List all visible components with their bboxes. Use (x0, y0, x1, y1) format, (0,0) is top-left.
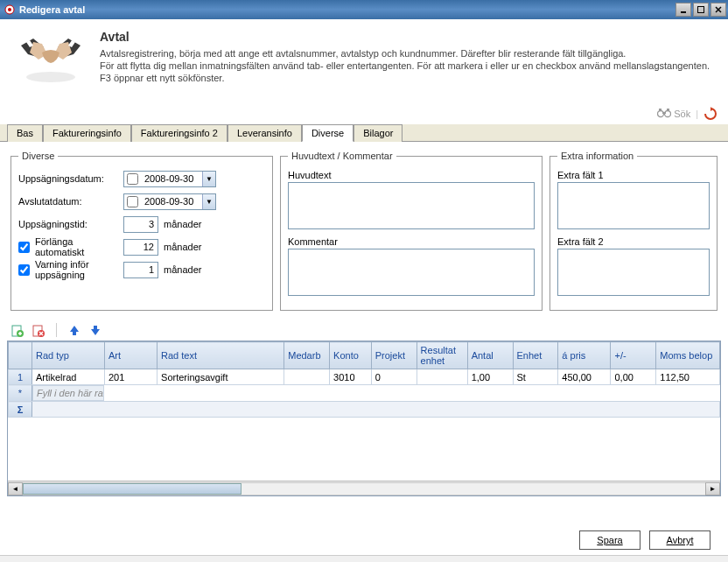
sum-symbol: Σ (9, 402, 32, 418)
col-enhet[interactable]: Enhet (513, 342, 558, 369)
binoculars-icon (657, 108, 671, 120)
table-row[interactable]: 1 Artikelrad 201 Sorteringsavgift 3010 0… (9, 369, 720, 385)
titlebar: Redigera avtal (0, 0, 728, 19)
new-row-placeholder[interactable]: * Fyll i den här raden för att lägga til… (9, 385, 720, 402)
col-radtyp[interactable]: Rad typ (32, 342, 104, 369)
label-varning: Varning inför uppsägning (35, 259, 123, 280)
refresh-icon[interactable] (704, 107, 718, 121)
col-apris[interactable]: á pris (558, 342, 611, 369)
header-line-2: För att flytta dig mellan inmatningsfält… (100, 60, 710, 72)
fieldset-huvudtext: Huvudtext / Kommentar Huvudtext Kommenta… (280, 151, 542, 311)
col-art[interactable]: Art (104, 342, 157, 369)
uppsagningsdatum-field[interactable]: 2008-09-30 ▼ (123, 171, 216, 187)
avslutatdatum-value: 2008-09-30 (141, 196, 202, 207)
avslutatdatum-checkbox[interactable] (127, 196, 138, 207)
huvudtext-textarea[interactable] (288, 182, 535, 229)
header-line-1: Avtalsregistrering, börja med att ange e… (100, 47, 710, 60)
svg-rect-10 (659, 109, 662, 111)
label-huvudtext: Huvudtext (288, 170, 535, 180)
col-antal[interactable]: Antal (467, 342, 513, 369)
cancel-button[interactable]: Avbryt (649, 530, 710, 550)
legend-huvudtext: Huvudtext / Kommentar (288, 151, 396, 161)
grid-toolbar (0, 320, 728, 341)
avslutatdatum-field[interactable]: 2008-09-30 ▼ (123, 193, 216, 210)
status-bar (0, 555, 728, 562)
search-link[interactable]: Sök (657, 108, 690, 120)
svg-rect-11 (667, 109, 669, 111)
tab-bilagor[interactable]: Bilagor (354, 124, 402, 142)
move-up-icon[interactable] (67, 323, 81, 337)
fieldset-diverse: Diverse Uppsägningsdatum: 2008-09-30 ▼ A… (10, 151, 273, 311)
handshake-icon (16, 30, 86, 86)
scroll-left-icon[interactable]: ◄ (8, 482, 23, 495)
extra-falt-2[interactable] (557, 249, 710, 296)
forlang-input[interactable] (123, 239, 158, 256)
scroll-right-icon[interactable]: ► (705, 482, 720, 495)
maximize-button[interactable] (693, 3, 709, 17)
grid: Rad typ Art Rad text Medarb Konto Projek… (7, 341, 721, 496)
varning-checkbox[interactable] (18, 264, 30, 276)
save-button[interactable]: Spara (579, 530, 640, 550)
minimize-button[interactable] (676, 3, 691, 17)
label-uppsagningstid: Uppsägningstid: (18, 219, 123, 229)
close-button[interactable] (710, 3, 726, 17)
unit-months-3: månader (164, 264, 201, 275)
uppsagningsdatum-value: 2008-09-30 (141, 173, 202, 184)
unit-months-1: månader (164, 219, 201, 229)
col-plusminus[interactable]: +/- (611, 342, 656, 369)
cell-konto[interactable]: 3010 (330, 369, 372, 385)
scroll-thumb[interactable] (23, 483, 242, 495)
cell-moms[interactable]: 112,50 (656, 369, 720, 385)
svg-point-1 (8, 8, 11, 11)
label-kommentar: Kommentar (288, 236, 535, 247)
unit-months-2: månader (164, 242, 201, 252)
col-konto[interactable]: Konto (330, 342, 372, 369)
extra-falt-1[interactable] (557, 182, 710, 229)
fieldset-extra: Extra information Extra fält 1 Extra fäl… (550, 151, 718, 311)
cell-antal[interactable]: 1,00 (467, 369, 513, 385)
col-radtext[interactable]: Rad text (158, 342, 284, 369)
forlang-checkbox[interactable] (18, 242, 30, 253)
move-down-icon[interactable] (88, 323, 102, 337)
page-title: Avtal (100, 30, 710, 44)
app-icon (4, 4, 16, 16)
svg-rect-9 (662, 112, 666, 114)
cell-medarb[interactable] (284, 369, 330, 385)
col-projekt[interactable]: Projekt (371, 342, 416, 369)
tab-faktureringsinfo[interactable]: Faktureringsinfo (43, 124, 131, 142)
legend-diverse: Diverse (18, 151, 58, 161)
tab-leveransinfo[interactable]: Leveransinfo (228, 124, 302, 142)
col-moms[interactable]: Moms belop (656, 342, 720, 369)
cell-plusminus[interactable]: 0,00 (611, 369, 656, 385)
col-medarb[interactable]: Medarb (284, 342, 330, 369)
new-row-symbol: * (9, 385, 32, 402)
col-corner[interactable] (9, 342, 32, 369)
cell-art[interactable]: 201 (104, 369, 157, 385)
chevron-down-icon[interactable]: ▼ (202, 172, 215, 186)
sum-row: Σ (9, 402, 720, 418)
uppsagningstid-input[interactable] (123, 216, 158, 233)
tab-bas[interactable]: Bas (7, 124, 43, 142)
chevron-down-icon[interactable]: ▼ (202, 194, 215, 209)
uppsagningsdatum-checkbox[interactable] (127, 173, 138, 185)
add-row-icon[interactable] (10, 323, 24, 337)
cell-radtext[interactable]: Sorteringsavgift (158, 369, 284, 385)
tab-diverse[interactable]: Diverse (302, 124, 354, 142)
varning-input[interactable] (123, 262, 158, 278)
legend-extra: Extra information (557, 151, 637, 161)
tab-row: Bas Faktureringsinfo Faktureringsinfo 2 … (0, 124, 728, 142)
kommentar-textarea[interactable] (288, 249, 535, 296)
col-resultat[interactable]: Resultat enhet (416, 342, 467, 369)
cell-enhet[interactable]: St (513, 369, 558, 385)
label-forlang: Förlänga automatiskt (35, 236, 123, 257)
delete-row-icon[interactable] (32, 323, 46, 337)
label-upps-datum: Uppsägningsdatum: (18, 173, 123, 184)
tab-faktureringsinfo-2[interactable]: Faktureringsinfo 2 (131, 124, 228, 142)
header-line-3: F3 öppnar ett nytt sökfönster. (100, 72, 710, 84)
cell-apris[interactable]: 450,00 (558, 369, 611, 385)
cell-radtyp[interactable]: Artikelrad (32, 369, 104, 385)
label-extra-1: Extra fält 1 (557, 170, 710, 180)
horizontal-scrollbar[interactable]: ◄ ► (8, 481, 720, 495)
cell-projekt[interactable]: 0 (371, 369, 416, 385)
cell-resultat[interactable] (416, 369, 467, 385)
